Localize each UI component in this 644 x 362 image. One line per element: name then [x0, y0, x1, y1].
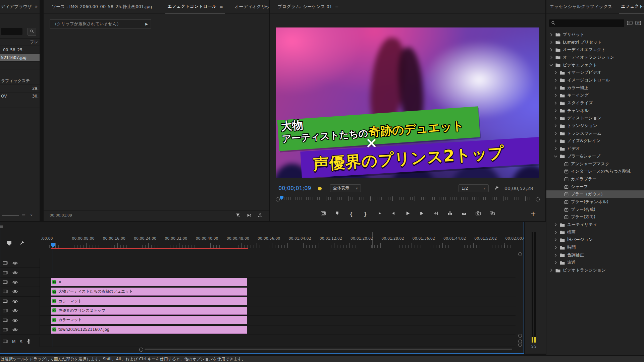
extract-button[interactable]	[461, 210, 467, 217]
lift-button[interactable]	[446, 210, 453, 217]
comparison-view-button[interactable]	[489, 210, 495, 217]
effects-tree-item[interactable]: ブラー(チャンネル)	[546, 198, 644, 206]
settings-wrench-icon[interactable]	[494, 185, 499, 192]
effects-tree-item[interactable]: カラー補正	[546, 84, 644, 92]
eye-icon[interactable]	[12, 260, 18, 266]
zoom-slider[interactable]	[2, 216, 19, 216]
effects-tree-item[interactable]: ユーティリティ	[546, 221, 644, 229]
list-view-menu-icon[interactable]: ≡	[21, 212, 26, 218]
step-back-button[interactable]	[390, 210, 397, 217]
timeline-ruler[interactable]: ;00;0000;00;08;0000;00;16;0000;00;24;000…	[40, 234, 514, 249]
video-track-lane[interactable]	[40, 268, 516, 278]
chevron-right-icon[interactable]	[553, 223, 557, 227]
panel-overflow-chevron[interactable]: »	[264, 4, 267, 9]
chevron-down-icon[interactable]: ∨	[30, 213, 33, 217]
effects-tree-item[interactable]: 時間	[546, 244, 644, 251]
vscroll-handle-bottom[interactable]	[518, 334, 522, 338]
sync-lock-icon[interactable]	[3, 298, 8, 304]
scrub-zoom-handle-right[interactable]	[536, 197, 540, 201]
mark-out-button[interactable]: }	[362, 210, 369, 217]
media-list-item[interactable]	[0, 62, 40, 69]
tab-source-monitor[interactable]: ソース：IMG_2060.00_00_58_25.静止画001.jpg	[50, 0, 154, 13]
video-track-header[interactable]	[0, 315, 40, 325]
no-clip-selected-row[interactable]: （クリップが選択されていません） ▶	[50, 19, 151, 28]
play-audio-only-icon[interactable]	[246, 213, 252, 220]
zoom-level-select[interactable]: 全体表示 ∨	[330, 184, 361, 192]
sync-lock-icon[interactable]	[3, 279, 8, 285]
chevron-right-icon[interactable]	[549, 41, 553, 44]
effects-tree-item[interactable]: ブラー&シャープ	[546, 153, 644, 160]
chevron-down-icon[interactable]	[549, 64, 553, 66]
media-list-item[interactable]: OV30.	[0, 93, 40, 100]
chevron-right-icon[interactable]	[553, 139, 557, 143]
effects-tree-item[interactable]: イマーシブビデオ	[546, 69, 644, 76]
solo-button[interactable]: S	[20, 340, 22, 344]
timeline-menu-icon[interactable]: ≡	[0, 224, 4, 230]
media-list-item[interactable]	[0, 69, 40, 77]
video-track-header[interactable]	[0, 325, 40, 335]
panel-menu-icon[interactable]: ≡	[335, 4, 339, 9]
chevron-right-icon[interactable]	[549, 33, 553, 37]
track-height-handle-2[interactable]	[518, 343, 522, 347]
safe-margins-button[interactable]	[320, 210, 326, 217]
add-marker-icon[interactable]	[7, 241, 11, 246]
media-list-item[interactable]: ラフィックステ	[0, 77, 40, 85]
effects-tree-item[interactable]: Lumetri プリセット	[546, 39, 644, 46]
video-track-header[interactable]	[0, 268, 40, 277]
timeline-clip[interactable]: fxカラーマット	[51, 297, 247, 305]
timeline-settings-wrench-icon[interactable]	[19, 240, 25, 247]
audio-track-lane[interactable]	[40, 337, 516, 347]
timeline-clip[interactable]: fx声優界のプリンス２トップ	[51, 307, 247, 315]
add-marker-button[interactable]	[334, 210, 340, 217]
effects-tree-item[interactable]: アンシャープマスク	[546, 160, 644, 168]
play-button[interactable]	[404, 210, 411, 217]
effects-tree-item[interactable]: 色調補正	[546, 251, 644, 259]
chevron-right-icon[interactable]	[553, 116, 557, 120]
media-list-item[interactable]: 29.	[0, 85, 40, 93]
tab-media-browser[interactable]: ディアブラウザ	[0, 0, 34, 13]
effects-tree-item[interactable]: トランスフォーム	[546, 130, 644, 137]
timeline-clip[interactable]: fx×	[51, 278, 247, 286]
chevron-right-icon[interactable]	[549, 268, 553, 272]
expand-arrow-icon[interactable]: ▶	[145, 22, 148, 26]
panel-menu-icon[interactable]: ≡	[219, 4, 223, 9]
horizontal-scrollbar[interactable]	[145, 349, 512, 350]
chevron-right-icon[interactable]	[553, 132, 557, 135]
sync-lock-icon[interactable]	[3, 317, 8, 323]
export-icon[interactable]	[257, 213, 263, 220]
effects-tree-item[interactable]: トランジション	[546, 122, 644, 130]
go-to-in-button[interactable]	[376, 210, 383, 217]
media-list-item[interactable]: 5211607.jpg	[0, 54, 40, 62]
eye-icon[interactable]	[12, 269, 18, 276]
video-track-lane[interactable]	[40, 258, 516, 268]
playback-resolution-select[interactable]: 1/2 ∨	[459, 184, 489, 192]
panel-overflow-chevron[interactable]: »	[35, 4, 38, 9]
tab-program-monitor[interactable]: プログラム: シーケンス 01 ≡	[276, 0, 341, 13]
tab-audio-clip-mixer[interactable]: オーディオクリップミキ	[232, 0, 269, 13]
effects-tree-item[interactable]: ビデオ	[546, 145, 644, 153]
effects-tree-item[interactable]: カメラブラー	[546, 175, 644, 183]
effects-tree-item[interactable]: プリセット	[546, 31, 644, 39]
panel-menu-icon[interactable]: ≡	[641, 4, 644, 9]
eye-icon[interactable]	[12, 326, 18, 333]
chevron-right-icon[interactable]	[553, 86, 557, 90]
effects-tree-item[interactable]: オーディオエフェクト	[546, 46, 644, 54]
chevron-right-icon[interactable]	[553, 246, 557, 249]
program-scrubber[interactable]	[270, 195, 545, 204]
chevron-right-icon[interactable]	[553, 253, 557, 257]
timeline-clip[interactable]: fxtown20191125211607.jpg	[51, 326, 247, 334]
chevron-right-icon[interactable]	[553, 231, 557, 234]
effects-tree-item[interactable]: ビデオエフェクト	[546, 61, 644, 69]
effects-tree-item[interactable]: イメージコントロール	[546, 76, 644, 84]
eye-icon[interactable]	[12, 288, 18, 295]
chevron-right-icon[interactable]	[553, 124, 557, 128]
video-track-header[interactable]	[0, 306, 40, 315]
hscroll-handle[interactable]	[139, 348, 143, 352]
media-list-item[interactable]	[0, 100, 40, 108]
sync-lock-icon[interactable]	[3, 326, 8, 333]
effects-search-input[interactable]	[549, 19, 624, 27]
step-forward-button[interactable]	[418, 210, 425, 217]
timeline-clip[interactable]: fx大物アーティストたちの奇跡のデュエット	[51, 288, 247, 296]
video-track-header[interactable]	[0, 258, 40, 268]
effects-tree-item[interactable]: チャンネル	[546, 107, 644, 115]
